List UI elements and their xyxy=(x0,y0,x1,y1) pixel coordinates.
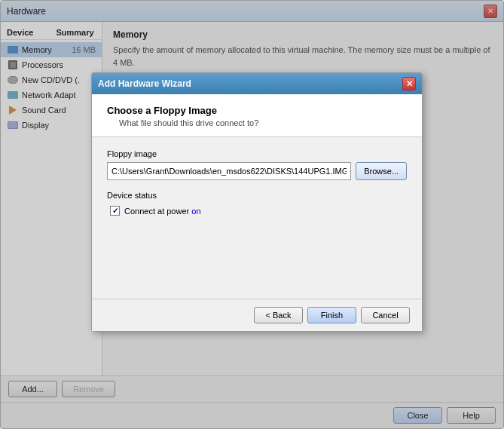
wizard-header: Choose a Floppy Image What file should t… xyxy=(92,94,422,137)
device-status-group: Device status ✓ Connect at power on xyxy=(107,191,407,216)
connect-label-pre: Connect at power xyxy=(124,207,191,216)
device-status-label: Device status xyxy=(107,191,407,200)
add-hardware-wizard: Add Hardware Wizard ✕ Choose a Floppy Im… xyxy=(91,72,423,332)
hardware-window: Hardware ✕ Device Summary Memory 16 MB xyxy=(0,0,504,429)
connect-checkbox[interactable]: ✓ xyxy=(110,206,120,216)
wizard-close-button[interactable]: ✕ xyxy=(402,77,416,90)
finish-button[interactable]: Finish xyxy=(307,307,356,323)
checkbox-check-icon: ✓ xyxy=(112,207,118,215)
wizard-title: Add Hardware Wizard xyxy=(98,78,191,89)
floppy-image-group: Floppy image Browse... xyxy=(107,149,407,180)
browse-button[interactable]: Browse... xyxy=(356,162,407,180)
connect-label-highlight: on xyxy=(191,207,200,216)
connect-at-power-on-label: Connect at power on xyxy=(124,207,201,216)
cancel-button[interactable]: Cancel xyxy=(361,307,410,323)
back-button[interactable]: < Back xyxy=(254,307,303,323)
wizard-titlebar: Add Hardware Wizard ✕ xyxy=(92,73,422,94)
wizard-spacer xyxy=(107,226,407,287)
wizard-header-title: Choose a Floppy Image xyxy=(107,105,407,116)
wizard-header-subtitle: What file should this drive connect to? xyxy=(119,118,407,127)
wizard-footer: < Back Finish Cancel xyxy=(92,299,422,331)
wizard-body: Floppy image Browse... Device status ✓ C… xyxy=(92,137,422,299)
floppy-image-input[interactable] xyxy=(107,162,351,180)
floppy-image-row: Browse... xyxy=(107,162,407,180)
floppy-image-label: Floppy image xyxy=(107,149,407,158)
wizard-close-icon: ✕ xyxy=(406,79,413,89)
connect-at-power-on-row[interactable]: ✓ Connect at power on xyxy=(110,206,407,216)
